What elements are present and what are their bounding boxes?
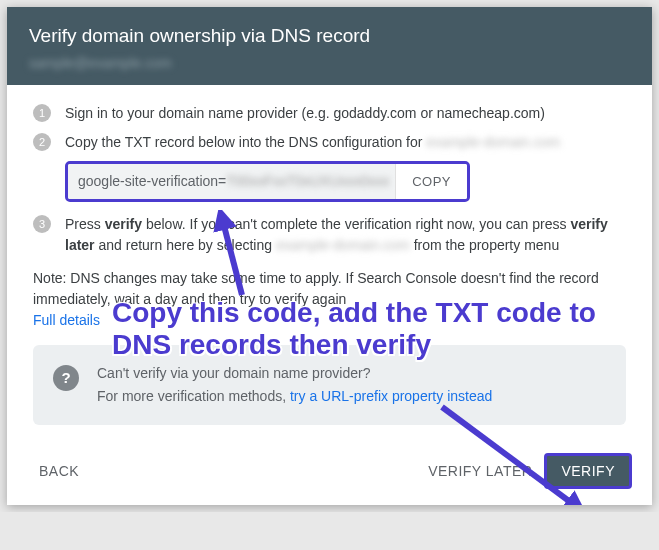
dialog-title: Verify domain ownership via DNS record <box>29 25 630 47</box>
info-content: Can't verify via your domain name provid… <box>97 363 606 407</box>
step-1-text: Sign in to your domain name provider (e.… <box>65 103 626 124</box>
note-text: Note: DNS changes may take some time to … <box>33 270 599 307</box>
step-3-number: 3 <box>33 215 51 233</box>
info-card-sub: For more verification methods, try a URL… <box>97 386 606 407</box>
note: Note: DNS changes may take some time to … <box>33 268 626 331</box>
dialog-footer: BACK VERIFY LATER VERIFY <box>7 441 652 505</box>
step-3: 3 Press verify below. If you can't compl… <box>33 214 626 256</box>
txt-record-prefix: google-site-verification= <box>78 173 226 189</box>
info-card: ? Can't verify via your domain name prov… <box>33 345 626 425</box>
copy-button[interactable]: COPY <box>395 164 467 199</box>
full-details-link[interactable]: Full details <box>33 312 100 328</box>
verify-later-button[interactable]: VERIFY LATER <box>416 455 544 487</box>
verify-button[interactable]: VERIFY <box>544 453 632 489</box>
url-prefix-link[interactable]: try a URL-prefix property instead <box>290 388 492 404</box>
txt-record-value[interactable]: google-site-verification=T00xxFxxT0xUXUx… <box>68 164 395 199</box>
txt-record-secret: T00xxFxxT0xUXUxxx0xxx <box>226 173 389 189</box>
step-2-text-a: Copy the TXT record below into the DNS c… <box>65 134 426 150</box>
step-1-number: 1 <box>33 104 51 122</box>
dialog-subtitle: sample@example.com <box>29 55 630 71</box>
step-3-text: Press verify below. If you can't complet… <box>65 214 626 256</box>
dialog-body: 1 Sign in to your domain name provider (… <box>7 85 652 441</box>
back-button[interactable]: BACK <box>27 455 91 487</box>
step-2: 2 Copy the TXT record below into the DNS… <box>33 132 626 153</box>
step-2-domain: example-domain.com <box>426 134 560 150</box>
dialog-header: Verify domain ownership via DNS record s… <box>7 7 652 85</box>
step-2-number: 2 <box>33 133 51 151</box>
step-2-text: Copy the TXT record below into the DNS c… <box>65 132 626 153</box>
info-card-title: Can't verify via your domain name provid… <box>97 363 606 384</box>
dialog: Verify domain ownership via DNS record s… <box>7 7 652 505</box>
help-icon: ? <box>53 365 79 391</box>
txt-record-box: google-site-verification=T00xxFxxT0xUXUx… <box>65 161 470 202</box>
step-1: 1 Sign in to your domain name provider (… <box>33 103 626 124</box>
